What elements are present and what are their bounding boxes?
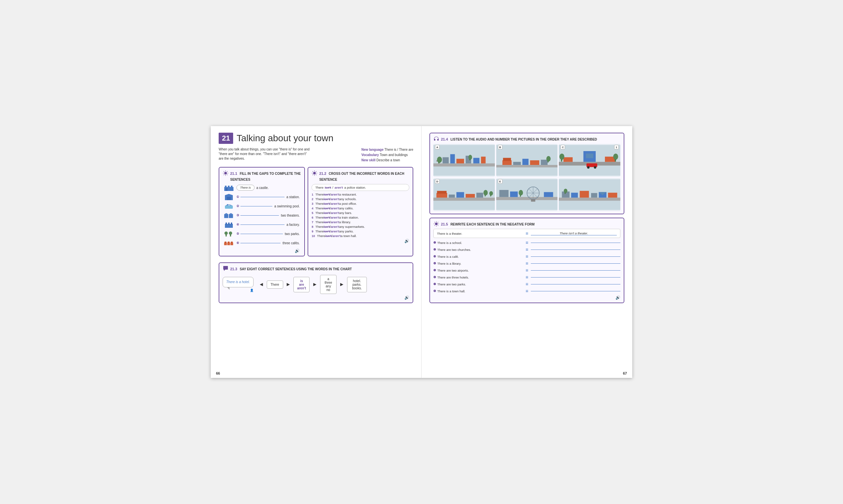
top-row: 21.1 FILL IN THE GAPS TO COMPLETE THE SE…: [219, 167, 413, 260]
ex21-2-header: 21.2 CROSS OUT THE INCORRECT WORDS IN EA…: [311, 170, 409, 182]
rewrite-line-3[interactable]: [531, 256, 621, 257]
strike-7: isn't: [324, 220, 330, 224]
fill-row-2: ② a swimming pool.: [224, 202, 300, 210]
svg-rect-38: [473, 158, 480, 164]
new-skill-row: New skill Describe a town: [362, 158, 414, 163]
rewrite-row-6: ❻ There are three hotels. ≡: [433, 274, 621, 280]
pool-icon: [224, 202, 234, 210]
strike-1: isn't: [324, 193, 330, 196]
rewrite-example: There is a theater. ≡ There isn't a thea…: [433, 229, 621, 238]
svg-marker-14: [224, 213, 229, 214]
town-card-f: [559, 178, 621, 211]
svg-rect-39: [481, 157, 486, 164]
ex21-3-header-text: 21.3 SAY EIGHT CORRECT SENTENCES USING T…: [230, 266, 352, 272]
rewrite-line-1[interactable]: [531, 242, 621, 243]
fill-row-1: ① a station.: [224, 193, 300, 200]
keep-7: aren't: [330, 220, 339, 224]
ex21-5-instruction: REWRITE EACH SENTENCE IN THE NEGATIVE FO…: [450, 222, 535, 226]
intro-row: When you talk about things, you can use …: [219, 147, 413, 163]
strike-10: isn't: [325, 234, 331, 238]
svg-point-52: [546, 156, 551, 162]
crossout-row-5: 5 There isn't / aren't any bars.: [311, 211, 409, 215]
svg-point-90: [519, 190, 523, 196]
audio-icon-21-1[interactable]: 🔊: [224, 249, 300, 253]
svg-rect-102: [565, 192, 566, 194]
fill-row-5: ⑤ two parks.: [224, 230, 300, 237]
fill-text-1: a station.: [286, 195, 300, 199]
rewrite-line-4[interactable]: [531, 263, 621, 264]
page-left: 21 Talking about your town When you talk…: [211, 126, 422, 378]
town-card-b: B: [496, 144, 558, 177]
exercise-21-1: 21.1 FILL IN THE GAPS TO COMPLETE THE SE…: [219, 167, 305, 256]
fill-line-1[interactable]: [240, 197, 285, 197]
rewrite-row-5: ❺ There are two airports. ≡: [433, 268, 621, 273]
svg-point-60: [559, 154, 564, 160]
rewrite-row-left-2: ❷ There are two churches.: [433, 248, 523, 252]
arrow-1: ◄: [259, 282, 264, 287]
fill-line-4[interactable]: [240, 224, 285, 225]
svg-point-11: [227, 204, 228, 205]
crossout-row-2: 2 There isn't / aren't any schools.: [311, 197, 409, 201]
fill-text-2: a swimming pool.: [274, 204, 300, 208]
equals-1: ≡: [525, 240, 528, 245]
keep-2: aren't: [330, 197, 339, 201]
rewrite-row-left-6: ❻ There are three hotels.: [433, 275, 523, 279]
svg-rect-19: [231, 222, 232, 224]
rewrite-row-3: ❸ There is a café. ≡: [433, 254, 621, 259]
svg-rect-57: [586, 154, 593, 158]
svg-rect-53: [548, 161, 549, 163]
svg-point-65: [587, 166, 589, 168]
rewrite-line-5[interactable]: [531, 270, 621, 271]
rewrite-row-4: ❹ There is a library. ≡: [433, 261, 621, 266]
rewrite-line-2[interactable]: [531, 250, 621, 250]
parks-icon: [224, 230, 234, 237]
town-card-c: C 1: [559, 144, 621, 177]
crossout-num-5: 5: [311, 211, 313, 215]
strike-5: isn't: [324, 211, 330, 215]
svg-rect-21: [226, 234, 227, 237]
audio-icon-21-2[interactable]: 🔊: [311, 239, 409, 243]
rewrite-num-3: ❸: [433, 255, 436, 258]
fill-text-3: two theaters.: [281, 214, 300, 217]
town-card-a: A: [433, 144, 495, 177]
crossout-row-6: 6 There isn't / aren't a train station.: [311, 216, 409, 219]
crossout-num-3: 3: [311, 202, 313, 205]
equals-5: ≡: [525, 268, 528, 273]
svg-point-42: [468, 155, 472, 160]
svg-rect-76: [485, 195, 486, 197]
svg-point-66: [594, 166, 596, 168]
gear-icon: [222, 170, 229, 176]
fill-line-5[interactable]: [240, 234, 283, 234]
crossout-num-6: 6: [311, 216, 313, 219]
chart-node-there: There: [267, 281, 283, 289]
ex21-4-instruction: LISTEN TO THE AUDIO AND NUMBER THE PICTU…: [450, 138, 597, 141]
keep-4: aren't: [330, 206, 339, 210]
svg-rect-24: [224, 242, 227, 245]
rewrite-row-7: ❼ There are two parks. ≡: [433, 282, 621, 287]
fill-line-6[interactable]: [240, 243, 281, 243]
fill-line-3[interactable]: [240, 215, 279, 216]
fill-row-example: There is a castle.: [224, 184, 300, 191]
svg-rect-41: [438, 162, 440, 164]
rewrite-num-7: ❼: [433, 283, 436, 286]
gear-icon-5: [433, 221, 439, 227]
new-language-row: New language There is / There are: [362, 147, 414, 152]
rewrite-line-6[interactable]: [531, 277, 621, 277]
speech-bubble-area: There is a hotel. 👤: [222, 277, 254, 292]
svg-rect-51: [541, 160, 548, 165]
strike-4: isn't: [324, 206, 330, 210]
row-num-1: ①: [236, 195, 239, 198]
svg-rect-45: [496, 165, 558, 167]
town-card-d: D: [433, 178, 495, 211]
fill-line-2[interactable]: [240, 206, 272, 206]
audio-icon-21-5[interactable]: 🔊: [433, 295, 621, 300]
audio-icon-21-3[interactable]: 🔊: [222, 295, 409, 300]
equals-2: ≡: [525, 247, 528, 252]
ex21-1-header-text: 21.1 FILL IN THE GAPS TO COMPLETE THE SE…: [230, 170, 301, 182]
speech-bubble: There is a hotel.: [222, 277, 254, 287]
row-num-4: ④: [236, 223, 239, 226]
crossout-row-3: 3 There isn't / aren't a post office.: [311, 202, 409, 205]
rewrite-line-8[interactable]: [531, 291, 621, 291]
svg-rect-82: [510, 192, 518, 197]
ex21-4-number: 21.4: [441, 137, 448, 141]
